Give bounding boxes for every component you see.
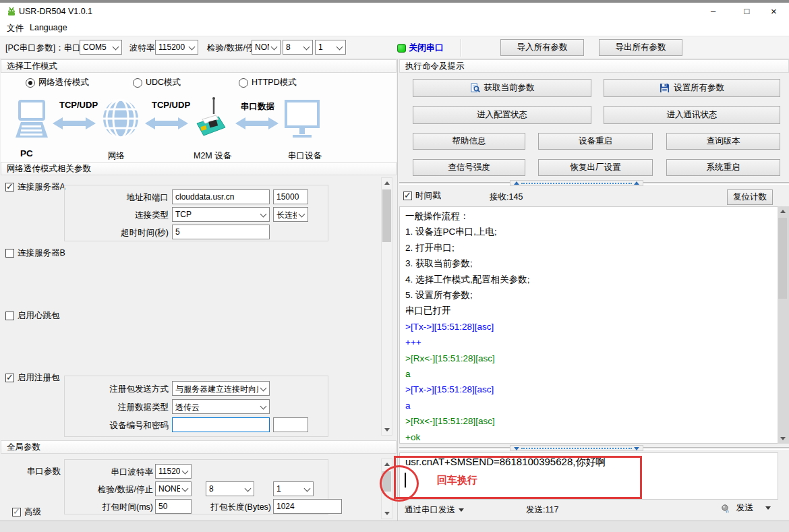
scrollbar-thumb[interactable] (382, 189, 391, 242)
radio-httpd-mode[interactable]: HTTPD模式 (239, 77, 297, 88)
radio-icon[interactable] (239, 78, 248, 88)
radio-label: UDC模式 (146, 77, 181, 88)
parity-combo[interactable]: NONI (252, 40, 281, 55)
radio-udc-mode[interactable]: UDC模式 (133, 77, 181, 88)
text-cursor (405, 473, 406, 487)
global-databits-combo[interactable]: 8 (206, 481, 254, 496)
checkbox-label: 时间戳 (415, 190, 441, 202)
checkbox-icon[interactable]: ✓ (5, 374, 14, 382)
log-line: a (400, 366, 778, 382)
checkbox-icon[interactable]: ✓ (5, 249, 14, 258)
checkbox-server-a[interactable]: ✓ 连接服务器A (5, 181, 65, 193)
databits-combo[interactable]: 8 (283, 40, 313, 55)
send-via-serial-dropdown[interactable]: 通过串口发送 (405, 504, 464, 516)
query-version-button[interactable]: 查询版本 (666, 133, 780, 150)
pack-time-input[interactable] (155, 499, 192, 514)
reset-counter-button[interactable]: 复位计数 (727, 189, 773, 205)
device-restart-button[interactable]: 设备重启 (538, 133, 653, 150)
checkbox-label: 连接服务器B (18, 247, 65, 259)
com-port-combo[interactable]: COM5 (80, 40, 122, 55)
minimize-button[interactable]: – (698, 3, 728, 20)
log-scrollbar[interactable] (778, 206, 789, 444)
menu-file[interactable]: 文件 (7, 23, 24, 34)
collapse-up-icon[interactable] (514, 181, 519, 185)
device-password-input[interactable] (273, 417, 308, 432)
global-baud-combo[interactable]: 115200 (155, 464, 192, 479)
log-line: 4. 选择工作模式,配置相关参数; (400, 272, 778, 287)
get-params-button[interactable]: 获取当前参数 (413, 79, 591, 97)
pc-laptop-icon (13, 100, 49, 143)
pack-len-input[interactable] (273, 499, 342, 514)
scroll-up-icon[interactable] (382, 178, 392, 188)
scroll-down-icon[interactable] (778, 434, 788, 444)
enter-comm-button[interactable]: 进入通讯状态 (604, 106, 780, 124)
log-splitter[interactable] (399, 180, 789, 186)
conn-mode-combo[interactable]: 长连接 (273, 207, 308, 222)
close-serial-button[interactable]: 关闭串口 (409, 42, 444, 54)
collapse-down-icon[interactable] (514, 447, 519, 450)
doc-search-icon (470, 83, 480, 93)
maximize-button[interactable]: □ (732, 3, 762, 20)
send-text: usr.cnAT+SMSEND=8618100395628,你好啊 (405, 456, 606, 469)
scrollbar-thumb[interactable] (382, 471, 391, 492)
enter-config-button[interactable]: 进入配置状态 (413, 106, 591, 124)
regpack-data-type-combo[interactable]: 透传云 (172, 399, 270, 414)
checkbox-icon[interactable]: ✓ (12, 508, 21, 516)
scroll-up-icon[interactable] (382, 459, 392, 469)
menu-language[interactable]: Language (30, 23, 67, 32)
checkbox-heartbeat[interactable]: ✓ 启用心跳包 (5, 310, 60, 322)
chevron-down-icon (113, 44, 119, 51)
stopbits-combo[interactable]: 1 (315, 40, 346, 55)
checkbox-icon[interactable]: ✓ (403, 191, 412, 200)
global-parity-combo[interactable]: NONE (155, 481, 192, 496)
baud-combo[interactable]: 115200 (155, 40, 198, 55)
log-line: >[Tx->][15:51:28][asc] (400, 382, 778, 397)
import-params-button[interactable]: 导入所有参数 (500, 39, 584, 56)
scroll-up-icon[interactable] (778, 206, 788, 216)
checkbox-timestamp[interactable]: ✓ 时间戳 (403, 190, 441, 202)
global-params-header: 全局参数 (1, 440, 397, 454)
checkbox-regpack[interactable]: ✓ 启用注册包 (5, 372, 60, 384)
global-stopbits-combo[interactable]: 1 (273, 481, 314, 496)
radio-net-transparent-mode[interactable]: 网络透传模式 (26, 77, 89, 88)
node-label-m2m: M2M 设备 (194, 150, 231, 162)
server-a-port-input[interactable] (273, 189, 308, 204)
node-label-serial-device: 串口设备 (288, 150, 322, 162)
send-button[interactable]: 发送 (720, 502, 771, 514)
conn-type-combo[interactable]: TCP (172, 207, 270, 222)
scrollbar-thumb[interactable] (778, 218, 787, 299)
radio-icon[interactable] (133, 78, 142, 88)
checkbox-icon[interactable]: ✓ (5, 183, 14, 191)
checkbox-server-b[interactable]: ✓ 连接服务器B (5, 247, 65, 259)
scroll-down-icon[interactable] (382, 425, 392, 435)
collapse-up-icon[interactable] (634, 181, 639, 185)
device-id-input[interactable] (172, 417, 270, 432)
timeout-input[interactable] (172, 225, 270, 239)
log-line: 串口已打开 (400, 303, 778, 318)
close-button[interactable]: × (759, 3, 789, 20)
collapse-down-icon[interactable] (634, 447, 639, 450)
splitter-handle[interactable] (510, 445, 643, 451)
query-signal-button[interactable]: 查信号强度 (413, 159, 525, 176)
splitter-handle[interactable] (510, 180, 643, 186)
server-a-address-input[interactable] (172, 189, 270, 204)
checkbox-advanced[interactable]: ✓ 高级 (12, 506, 41, 518)
radio-icon[interactable] (26, 78, 35, 88)
net-params-scrollbar[interactable] (381, 177, 392, 436)
conn-type-label: 连接类型 (64, 210, 169, 221)
scroll-down-icon[interactable] (382, 508, 392, 519)
help-info-button[interactable]: 帮助信息 (413, 133, 525, 150)
link-label-serial-data: 串口数据 (241, 101, 274, 113)
timeout-label: 超时时间(秒) (64, 227, 169, 239)
log-output[interactable]: 一般操作流程：1. 设备连PC串口,上电;2. 打开串口;3. 获取当前参数;4… (399, 206, 778, 444)
global-params-scrollbar[interactable] (381, 459, 392, 519)
chevron-down-icon (303, 44, 310, 51)
chevron-down-icon (260, 403, 267, 410)
checkbox-icon[interactable]: ✓ (5, 312, 14, 320)
system-restart-button[interactable]: 系统重启 (666, 159, 780, 176)
send-splitter[interactable] (399, 445, 789, 451)
export-params-button[interactable]: 导出所有参数 (599, 39, 682, 56)
factory-reset-button[interactable]: 恢复出厂设置 (538, 159, 653, 176)
set-params-button[interactable]: 设置所有参数 (604, 79, 780, 97)
regpack-send-mode-combo[interactable]: 与服务器建立连接时向服务 (172, 381, 270, 396)
